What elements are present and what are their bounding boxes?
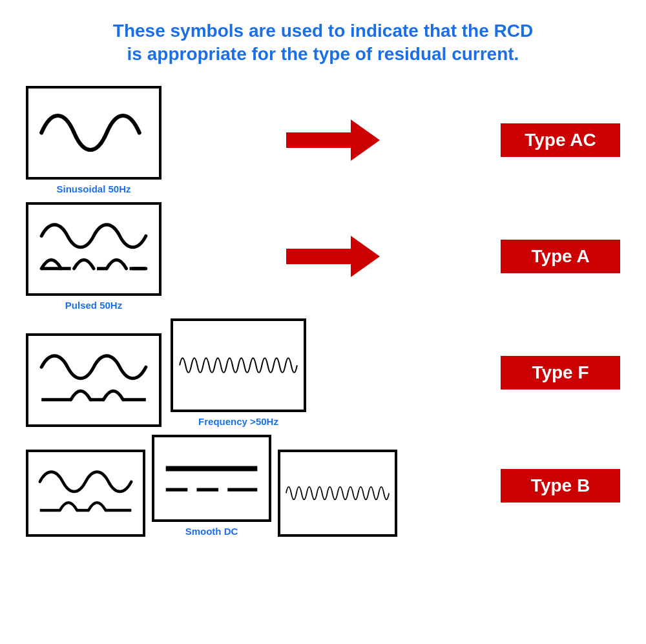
pulsed2-group (26, 333, 162, 427)
sinusoidal-box (26, 86, 162, 180)
type-f-badge: Type F (501, 356, 620, 390)
pulsed-label: Pulsed 50Hz (65, 300, 122, 311)
pulsed-box (26, 202, 162, 296)
highfreq2-box (278, 450, 397, 537)
row-a: Pulsed 50Hz Type A (26, 202, 620, 311)
svg-marker-0 (286, 119, 380, 161)
sinusoidal-group: Sinusoidal 50Hz (26, 86, 162, 194)
highfreq2-group (278, 450, 397, 537)
pulsed3-box (26, 450, 145, 537)
header: These symbols are used to indicate that … (113, 19, 533, 67)
header-line2: is appropriate for the type of residual … (127, 44, 519, 64)
header-line1: These symbols are used to indicate that … (113, 21, 533, 41)
arrow-ac (280, 114, 383, 166)
smoothdc-label: Smooth DC (185, 526, 238, 537)
highfreq-group: Frequency >50Hz (171, 318, 306, 427)
sinusoidal-label: Sinusoidal 50Hz (56, 183, 130, 194)
type-a-badge: Type A (501, 240, 620, 273)
row-f: Frequency >50Hz Type F (26, 318, 620, 427)
pulsed2-box (26, 333, 162, 427)
smoothdc-box (152, 435, 271, 522)
highfreq-box (171, 318, 306, 412)
type-ac-badge: Type AC (501, 123, 620, 157)
type-b-badge: Type B (501, 469, 620, 503)
highfreq-label: Frequency >50Hz (198, 416, 278, 427)
pulsed-group: Pulsed 50Hz (26, 202, 162, 311)
svg-marker-4 (286, 236, 380, 277)
row-ac: Sinusoidal 50Hz Type AC (26, 86, 620, 194)
arrow-a (280, 231, 383, 282)
content-grid: Sinusoidal 50Hz Type AC (26, 86, 620, 537)
pulsed3-group (26, 450, 145, 537)
smoothdc-group: Smooth DC (152, 435, 271, 537)
row-b: Smooth DC Type B (26, 435, 620, 537)
